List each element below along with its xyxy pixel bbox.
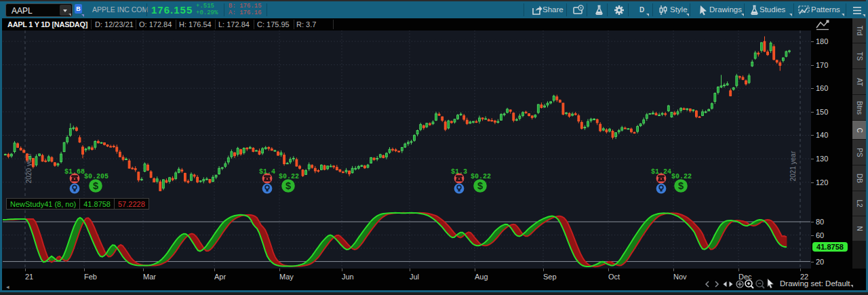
- svg-text:$: $: [285, 180, 291, 191]
- svg-text:$: $: [93, 180, 98, 191]
- svg-text:$: $: [477, 180, 483, 191]
- svg-text:$0.22: $0.22: [471, 173, 491, 180]
- svg-text:$0.205: $0.205: [84, 173, 108, 180]
- svg-text:$: $: [678, 180, 684, 191]
- svg-text:$0.22: $0.22: [671, 173, 692, 180]
- svg-text:$0.22: $0.22: [279, 173, 299, 180]
- svg-text:2021 year: 2021 year: [789, 151, 797, 181]
